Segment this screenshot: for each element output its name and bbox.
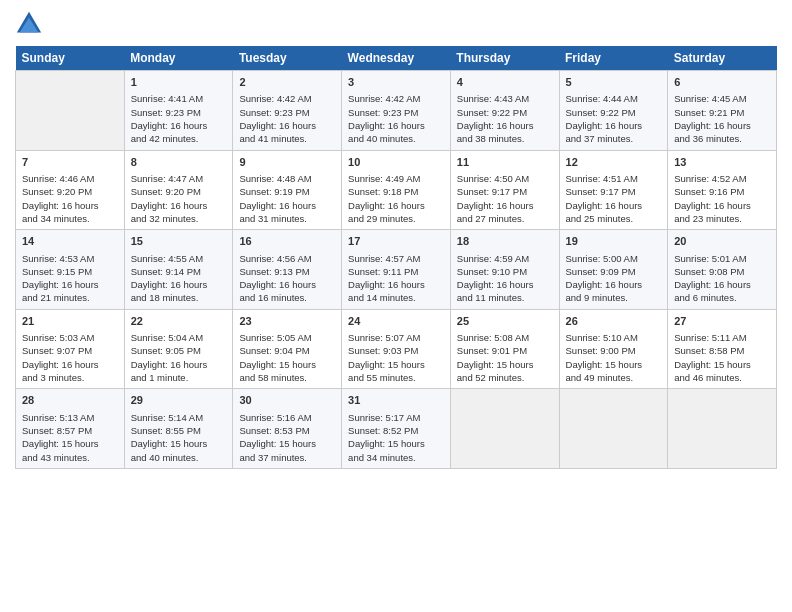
calendar-cell: 8Sunrise: 4:47 AMSunset: 9:20 PMDaylight… [124,150,233,230]
cell-content-line: Daylight: 16 hours [22,358,118,371]
cell-content-line: Sunset: 8:52 PM [348,424,444,437]
day-number: 6 [674,75,770,90]
cell-content-line: Daylight: 16 hours [348,119,444,132]
cell-content-line: Sunset: 9:10 PM [457,265,553,278]
cell-content-line: Daylight: 16 hours [348,199,444,212]
calendar-cell: 3Sunrise: 4:42 AMSunset: 9:23 PMDaylight… [342,71,451,151]
cell-content-line: Sunset: 8:58 PM [674,344,770,357]
cell-content-line: Sunset: 8:55 PM [131,424,227,437]
day-number: 5 [566,75,662,90]
calendar-cell: 9Sunrise: 4:48 AMSunset: 9:19 PMDaylight… [233,150,342,230]
header [15,10,777,38]
cell-content-line: and 21 minutes. [22,291,118,304]
cell-content-line: Sunset: 9:04 PM [239,344,335,357]
day-header-friday: Friday [559,46,668,71]
cell-content-line: Daylight: 15 hours [566,358,662,371]
day-number: 25 [457,314,553,329]
cell-content-line: Sunrise: 5:03 AM [22,331,118,344]
cell-content-line: Sunset: 9:22 PM [566,106,662,119]
cell-content-line: Daylight: 16 hours [566,199,662,212]
cell-content-line: Daylight: 15 hours [131,437,227,450]
cell-content-line: Sunrise: 4:45 AM [674,92,770,105]
cell-content-line: Sunset: 9:23 PM [239,106,335,119]
calendar-cell: 27Sunrise: 5:11 AMSunset: 8:58 PMDayligh… [668,309,777,389]
cell-content-line: Daylight: 15 hours [348,358,444,371]
day-header-saturday: Saturday [668,46,777,71]
day-number: 30 [239,393,335,408]
cell-content-line: Daylight: 16 hours [131,278,227,291]
cell-content-line: Sunset: 9:17 PM [457,185,553,198]
cell-content-line: Sunrise: 4:56 AM [239,252,335,265]
calendar-cell: 30Sunrise: 5:16 AMSunset: 8:53 PMDayligh… [233,389,342,469]
calendar-cell: 10Sunrise: 4:49 AMSunset: 9:18 PMDayligh… [342,150,451,230]
day-header-tuesday: Tuesday [233,46,342,71]
cell-content-line: Sunrise: 4:49 AM [348,172,444,185]
cell-content-line: and 37 minutes. [566,132,662,145]
header-row: SundayMondayTuesdayWednesdayThursdayFrid… [16,46,777,71]
day-number: 21 [22,314,118,329]
calendar-week-4: 21Sunrise: 5:03 AMSunset: 9:07 PMDayligh… [16,309,777,389]
day-number: 20 [674,234,770,249]
calendar-cell [16,71,125,151]
day-number: 23 [239,314,335,329]
cell-content-line: and 41 minutes. [239,132,335,145]
cell-content-line: Daylight: 16 hours [674,199,770,212]
cell-content-line: Sunset: 9:16 PM [674,185,770,198]
cell-content-line: Daylight: 16 hours [348,278,444,291]
cell-content-line: Sunset: 9:15 PM [22,265,118,278]
cell-content-line: Daylight: 16 hours [566,119,662,132]
cell-content-line: and 18 minutes. [131,291,227,304]
day-number: 24 [348,314,444,329]
cell-content-line: and 6 minutes. [674,291,770,304]
cell-content-line: and 3 minutes. [22,371,118,384]
calendar-cell: 24Sunrise: 5:07 AMSunset: 9:03 PMDayligh… [342,309,451,389]
calendar-week-1: 1Sunrise: 4:41 AMSunset: 9:23 PMDaylight… [16,71,777,151]
cell-content-line: Daylight: 16 hours [457,119,553,132]
day-number: 14 [22,234,118,249]
cell-content-line: Daylight: 15 hours [239,358,335,371]
cell-content-line: Sunset: 9:21 PM [674,106,770,119]
cell-content-line: and 14 minutes. [348,291,444,304]
cell-content-line: Sunrise: 4:43 AM [457,92,553,105]
cell-content-line: Sunset: 8:53 PM [239,424,335,437]
cell-content-line: Daylight: 16 hours [457,278,553,291]
calendar-cell: 1Sunrise: 4:41 AMSunset: 9:23 PMDaylight… [124,71,233,151]
cell-content-line: and 27 minutes. [457,212,553,225]
cell-content-line: Sunrise: 4:44 AM [566,92,662,105]
calendar-cell: 17Sunrise: 4:57 AMSunset: 9:11 PMDayligh… [342,230,451,310]
cell-content-line: Sunrise: 5:04 AM [131,331,227,344]
calendar-cell: 6Sunrise: 4:45 AMSunset: 9:21 PMDaylight… [668,71,777,151]
cell-content-line: Sunrise: 4:50 AM [457,172,553,185]
calendar-week-5: 28Sunrise: 5:13 AMSunset: 8:57 PMDayligh… [16,389,777,469]
cell-content-line: Sunrise: 4:42 AM [348,92,444,105]
cell-content-line: Sunrise: 4:42 AM [239,92,335,105]
cell-content-line: Sunrise: 5:10 AM [566,331,662,344]
cell-content-line: and 25 minutes. [566,212,662,225]
cell-content-line: and 31 minutes. [239,212,335,225]
day-number: 22 [131,314,227,329]
day-header-wednesday: Wednesday [342,46,451,71]
cell-content-line: and 55 minutes. [348,371,444,384]
calendar-cell [450,389,559,469]
cell-content-line: and 42 minutes. [131,132,227,145]
calendar-week-2: 7Sunrise: 4:46 AMSunset: 9:20 PMDaylight… [16,150,777,230]
day-header-sunday: Sunday [16,46,125,71]
cell-content-line: Daylight: 15 hours [239,437,335,450]
cell-content-line: Daylight: 15 hours [674,358,770,371]
day-header-monday: Monday [124,46,233,71]
day-number: 12 [566,155,662,170]
day-number: 27 [674,314,770,329]
calendar-week-3: 14Sunrise: 4:53 AMSunset: 9:15 PMDayligh… [16,230,777,310]
cell-content-line: Sunset: 9:22 PM [457,106,553,119]
calendar-table: SundayMondayTuesdayWednesdayThursdayFrid… [15,46,777,469]
cell-content-line: and 40 minutes. [348,132,444,145]
logo [15,10,47,38]
cell-content-line: Sunrise: 5:17 AM [348,411,444,424]
day-number: 31 [348,393,444,408]
cell-content-line: and 11 minutes. [457,291,553,304]
cell-content-line: Sunset: 9:18 PM [348,185,444,198]
calendar-cell: 29Sunrise: 5:14 AMSunset: 8:55 PMDayligh… [124,389,233,469]
calendar-cell: 20Sunrise: 5:01 AMSunset: 9:08 PMDayligh… [668,230,777,310]
day-number: 11 [457,155,553,170]
cell-content-line: and 49 minutes. [566,371,662,384]
